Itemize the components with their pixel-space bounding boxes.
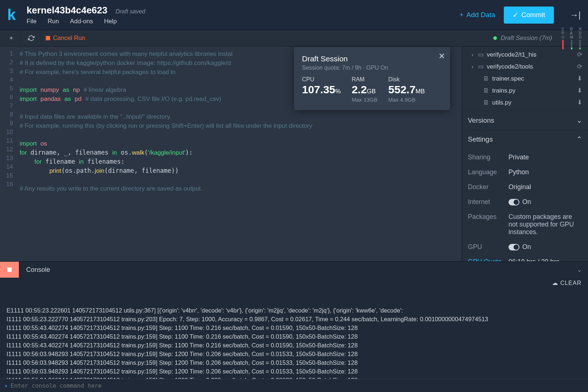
toolbar: + Cancel Run Draft Session (7m) CPURAMHD… (0, 30, 588, 46)
folder-icon: ▭ (478, 51, 484, 58)
check-icon: ✓ (513, 11, 518, 19)
file-trains.py[interactable]: 🗎trains.py⬇ (462, 85, 588, 97)
gpu-quota-label[interactable]: GPU Quota (468, 258, 509, 261)
download-icon[interactable]: ⬇ (577, 87, 582, 94)
session-label: Draft Session (7m) (501, 34, 552, 42)
menu-file[interactable]: File (26, 18, 36, 25)
file-label: utils.py (492, 99, 511, 106)
sidebar: ›▭verifycode2/t1_his⟳›▭verifycode2/tools… (462, 46, 588, 261)
refresh-icon[interactable]: ⟳ (577, 51, 582, 58)
sharing-label: Sharing (468, 154, 509, 161)
file-icon: 🗎 (483, 75, 489, 82)
menu-run[interactable]: Run (48, 18, 59, 25)
draft-saved-label: Draft saved (115, 8, 145, 15)
commit-label: Commit (521, 11, 545, 19)
docker-label: Docker (468, 183, 509, 191)
versions-panel-header[interactable]: Versions ⌄ (462, 111, 588, 130)
refresh-icon[interactable]: ⟳ (577, 63, 582, 70)
file-icon: 🗎 (483, 87, 489, 94)
clear-label: CLEAR (560, 279, 581, 287)
chevron-right-icon: › (471, 51, 477, 58)
console-line: I1111 00:55:43.402274 140572173104512 tr… (7, 332, 581, 341)
stat-ram: RAM2.2GBMax 13GB (352, 76, 377, 103)
cancel-run-button[interactable]: Cancel Run (46, 34, 85, 42)
settings-label: Settings (468, 135, 493, 143)
add-data-button[interactable]: + Add Data (460, 11, 495, 19)
folder-icon: ▭ (478, 63, 484, 70)
packages-label: Packages (468, 213, 509, 236)
file-verifycode2/t1_his[interactable]: ›▭verifycode2/t1_his⟳ (462, 49, 588, 61)
console-panel: Console ⌄ ☁CLEAR E1111 00:55:23.222601 1… (0, 261, 588, 392)
chevron-up-icon: ⌃ (576, 135, 582, 143)
menu-help[interactable]: Help (104, 18, 117, 25)
kaggle-logo[interactable]: k (7, 6, 16, 24)
download-icon[interactable]: ⬇ (577, 75, 582, 82)
console-input-row: › (0, 379, 588, 392)
add-cell-button[interactable]: + (6, 33, 17, 44)
file-verifycode2/tools[interactable]: ›▭verifycode2/tools⟳ (462, 61, 588, 73)
console-line: I1111 00:56:03.948293 140572173104512 tr… (7, 367, 581, 376)
popup-title: Draft Session (302, 54, 442, 63)
session-popup: ✕ Draft Session Session quota: 7m / 9h ·… (294, 47, 450, 110)
meter-hdd[interactable]: HDD (579, 27, 581, 49)
file-label: trains.py (492, 87, 515, 94)
status-dot-icon (493, 36, 497, 40)
console-collapse-icon[interactable]: ⌄ (571, 266, 588, 274)
popup-subtitle: Session quota: 7m / 9h · GPU On (302, 65, 442, 71)
file-tree: ›▭verifycode2/t1_his⟳›▭verifycode2/tools… (462, 46, 588, 111)
file-label: trainer.spec (492, 75, 524, 82)
internet-value: On (522, 198, 531, 206)
session-status[interactable]: Draft Session (7m) (493, 34, 552, 42)
commit-button[interactable]: ✓ Commit (504, 7, 554, 24)
kernel-title[interactable]: kernel43b4c4e623 (26, 5, 107, 16)
gpu-quota-value: 06:19 hrs / 30 hrs (509, 258, 582, 261)
internet-toggle[interactable]: On (509, 198, 582, 206)
settings-panel-header[interactable]: Settings ⌃ (462, 130, 588, 148)
file-label: verifycode2/tools (487, 63, 533, 70)
file-icon: 🗎 (483, 99, 489, 106)
console-input[interactable] (11, 382, 583, 389)
file-utils.py[interactable]: 🗎utils.py⬇ (462, 97, 588, 109)
console-stop-button[interactable] (0, 262, 19, 278)
separator (41, 30, 41, 46)
resource-meters: CPURAMHDD (559, 27, 584, 49)
language-label: Language (468, 168, 509, 176)
console-line: I1111 00:56:03.948293 140572173104512 tr… (7, 358, 581, 367)
clear-console-button[interactable]: ☁CLEAR (552, 279, 581, 287)
docker-value[interactable]: Original (509, 183, 582, 191)
stop-icon (7, 268, 12, 272)
chevron-right-icon: › (471, 63, 477, 70)
internet-label: Internet (468, 198, 509, 206)
prompt-icon: › (5, 383, 7, 389)
separator (21, 30, 21, 46)
stop-icon (46, 36, 50, 40)
stat-disk: Disk552.7MBMax 4.9GB (388, 76, 425, 103)
console-output[interactable]: ☁CLEAR E1111 00:55:23.222601 14057217310… (0, 278, 588, 379)
console-line: E1111 00:55:23.222601 140572173104512 ut… (7, 306, 581, 315)
gpu-value: On (522, 243, 531, 251)
versions-label: Versions (468, 117, 494, 124)
settings-body: SharingPrivate LanguagePython DockerOrig… (462, 148, 588, 261)
console-line: I1111 00:56:03.948293 140572173104512 tr… (7, 350, 581, 358)
sharing-value[interactable]: Private (509, 154, 582, 161)
meter-ram[interactable]: RAM (570, 27, 573, 49)
cloud-icon: ☁ (552, 279, 558, 287)
console-line: I1111 00:56:24.966944 140572173104512 tr… (7, 376, 581, 379)
console-line: I1111 00:55:43.402274 140572173104512 tr… (7, 341, 581, 350)
collapse-sidebar-icon[interactable]: →| (570, 10, 581, 20)
close-icon[interactable]: ✕ (438, 52, 445, 61)
gpu-toggle[interactable]: On (509, 243, 582, 251)
cancel-run-label: Cancel Run (53, 34, 85, 42)
menubar: File Run Add-ons Help (26, 18, 460, 25)
menu-addons[interactable]: Add-ons (70, 18, 93, 25)
chevron-down-icon: ⌄ (576, 116, 582, 124)
file-trainer.spec[interactable]: 🗎trainer.spec⬇ (462, 73, 588, 85)
topbar: k kernel43b4c4e623 Draft saved File Run … (0, 0, 588, 30)
meter-cpu[interactable]: CPU (562, 27, 564, 49)
packages-value: Custom packages are not supported for GP… (509, 213, 582, 236)
restart-button[interactable] (26, 33, 37, 44)
language-value[interactable]: Python (509, 168, 582, 176)
gpu-label: GPU (468, 243, 509, 251)
line-gutter: 12345678910111213141516 (0, 46, 17, 261)
download-icon[interactable]: ⬇ (577, 99, 582, 106)
